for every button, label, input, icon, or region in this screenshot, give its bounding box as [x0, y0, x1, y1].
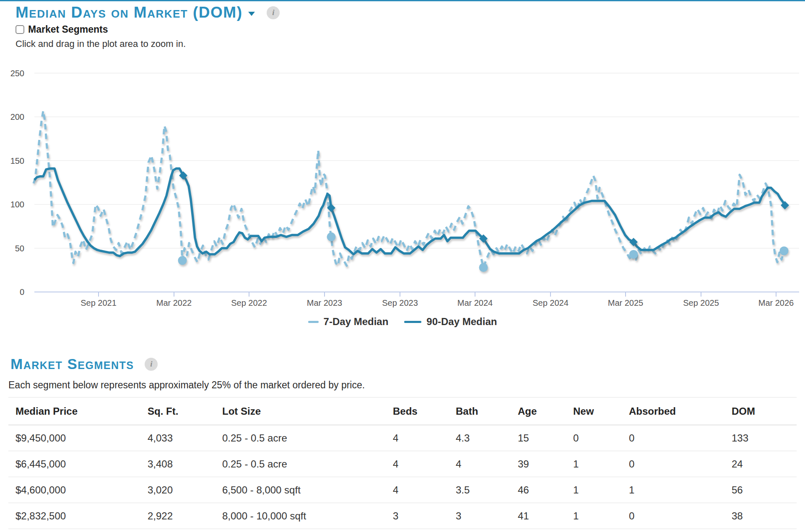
table-cell: 15 [511, 425, 566, 451]
column-header: Bath [449, 398, 511, 425]
x-axis-label: Sep 2024 [532, 298, 569, 307]
table-cell: 8,000 - 10,000 sqft [215, 503, 386, 529]
column-header: Age [511, 398, 566, 425]
legend-label: 7-Day Median [324, 316, 389, 328]
table-row: $9,450,0004,0330.25 - 0.5 acre44.3150013… [8, 425, 797, 451]
table-cell: 4 [386, 425, 449, 451]
table-cell: 3 [449, 503, 511, 529]
table-cell: 41 [511, 503, 566, 529]
info-icon[interactable]: i [267, 6, 280, 19]
column-header: Lot Size [215, 398, 386, 425]
table-cell: $2,832,500 [8, 503, 140, 529]
x-axis-label: Mar 2025 [608, 298, 644, 307]
table-cell: 38 [724, 503, 797, 529]
table-cell: 3 [386, 503, 449, 529]
solid-line-swatch-icon [404, 321, 421, 323]
marker-circle[interactable] [629, 250, 638, 259]
x-axis-label: Mar 2026 [758, 298, 794, 307]
column-header: Median Price [8, 398, 140, 425]
legend-item-7day[interactable]: 7-Day Median [308, 316, 389, 328]
column-header: Sq. Ft. [140, 398, 215, 425]
table-cell: 3.5 [449, 477, 511, 503]
table-cell: 39 [511, 451, 566, 477]
x-axis-label: Sep 2025 [683, 298, 719, 307]
table-cell: 3,408 [140, 451, 215, 477]
marker-circle[interactable] [178, 256, 187, 265]
y-axis-label: 50 [15, 244, 24, 253]
table-cell: 0 [566, 425, 622, 451]
y-axis-label: 200 [10, 112, 24, 121]
y-axis-label: 250 [10, 69, 24, 78]
table-cell: 4.3 [449, 425, 511, 451]
dom-chart[interactable]: 050100150200250Sep 2021Mar 2022Sep 2022M… [0, 54, 805, 314]
table-cell: 2,922 [140, 503, 215, 529]
dom-title-row: Median Days on Market (DOM) i [16, 4, 280, 21]
segments-table: Median PriceSq. Ft.Lot SizeBedsBathAgeNe… [8, 397, 797, 529]
column-header: Beds [386, 398, 449, 425]
table-cell: 4 [386, 477, 449, 503]
x-axis-label: Mar 2024 [457, 298, 493, 307]
table-cell: $9,450,000 [8, 425, 140, 451]
x-axis-label: Mar 2022 [156, 298, 192, 307]
table-cell: 56 [724, 477, 797, 503]
market-report-page: Median Days on Market (DOM) i Market Seg… [0, 0, 805, 532]
y-axis-label: 150 [10, 156, 24, 165]
table-cell: 0.25 - 0.5 acre [215, 425, 386, 451]
legend-item-90day[interactable]: 90-Day Median [404, 316, 497, 328]
table-cell: 6,500 - 8,000 sqft [215, 477, 386, 503]
top-accent-bar [0, 0, 805, 1]
zoom-hint-text: Click and drag in the plot area to zoom … [16, 39, 186, 49]
marker-circle[interactable] [327, 232, 336, 241]
table-cell: 46 [511, 477, 566, 503]
table-cell: 0 [622, 425, 724, 451]
table-cell: 1 [566, 503, 622, 529]
market-segments-checkbox-label: Market Segments [28, 24, 108, 35]
table-cell: 0.25 - 0.5 acre [215, 451, 386, 477]
table-row: $2,832,5002,9228,000 - 10,000 sqft334110… [8, 503, 797, 529]
table-cell: 0 [622, 503, 724, 529]
column-header: Absorbed [622, 398, 724, 425]
table-cell: 1 [622, 477, 724, 503]
legend-label: 90-Day Median [426, 316, 497, 328]
market-segments-checkbox[interactable] [16, 25, 24, 34]
column-header: DOM [724, 398, 797, 425]
y-axis-label: 0 [20, 287, 24, 297]
table-cell: 1 [566, 477, 622, 503]
table-cell: 1 [566, 451, 622, 477]
x-axis-label: Sep 2022 [231, 298, 267, 307]
column-header: New [566, 398, 622, 425]
table-row: $4,600,0003,0206,500 - 8,000 sqft43.5461… [8, 477, 797, 503]
table-cell: 4 [449, 451, 511, 477]
segments-section-title: Market Segments [10, 356, 134, 372]
table-cell: 4,033 [140, 425, 215, 451]
table-row: $6,445,0003,4080.25 - 0.5 acre44391024 [8, 451, 797, 477]
x-axis-label: Sep 2021 [80, 298, 117, 307]
table-cell: $6,445,000 [8, 451, 140, 477]
page-title[interactable]: Median Days on Market (DOM) [16, 4, 242, 21]
table-cell: 4 [386, 451, 449, 477]
chevron-down-icon[interactable] [248, 12, 255, 16]
dashed-line-swatch-icon [308, 321, 319, 323]
table-cell: 3,020 [140, 477, 215, 503]
info-icon[interactable]: i [145, 358, 158, 371]
segments-title-row: Market Segments i [10, 356, 158, 372]
table-cell: 133 [724, 425, 797, 451]
y-axis-label: 100 [10, 200, 24, 209]
marker-circle[interactable] [479, 263, 488, 272]
table-cell: $4,600,000 [8, 477, 140, 503]
x-axis-label: Sep 2023 [382, 298, 418, 307]
table-cell: 24 [724, 451, 797, 477]
market-segments-toggle-row: Market Segments [16, 24, 108, 35]
table-cell: 0 [622, 451, 724, 477]
x-axis-label: Mar 2023 [307, 298, 343, 307]
segments-description: Each segment below represents approximat… [8, 380, 365, 391]
chart-legend: 7-Day Median 90-Day Median [0, 316, 805, 328]
table-header-row: Median PriceSq. Ft.Lot SizeBedsBathAgeNe… [8, 398, 797, 425]
marker-circle[interactable] [780, 246, 789, 255]
series-line-7day[interactable] [34, 111, 784, 267]
